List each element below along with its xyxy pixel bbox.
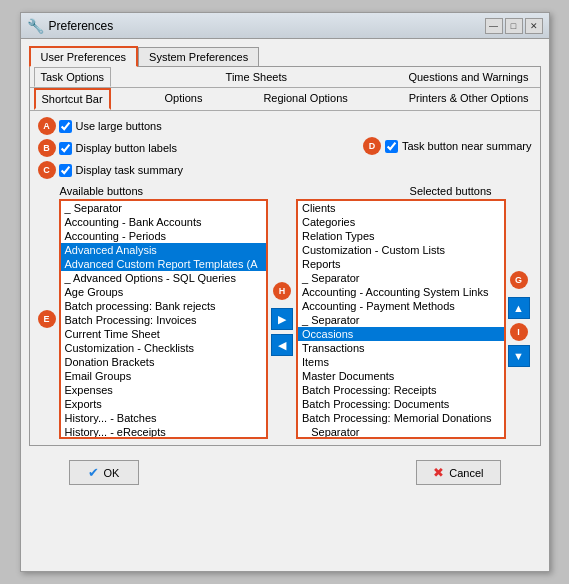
annot-b: B	[38, 139, 56, 157]
annot-i: I	[510, 323, 528, 341]
list-item[interactable]: _ Advanced Options - SQL Queries	[61, 271, 267, 285]
transfer-buttons: H ▶ ◀	[268, 199, 296, 439]
list-item[interactable]: _ Separator	[298, 425, 504, 439]
list-labels: Available buttons Selected buttons	[60, 185, 532, 197]
list-item[interactable]: Exports	[61, 397, 267, 411]
move-down-button[interactable]: ▼	[508, 345, 530, 367]
main-panel: Task Options Time Sheets Questions and W…	[29, 66, 541, 446]
stab-questions-warnings[interactable]: Questions and Warnings	[401, 67, 535, 87]
label-display-summary: Display task summary	[76, 164, 184, 176]
maximize-button[interactable]: □	[505, 18, 523, 34]
annot-e-area: E	[38, 199, 56, 439]
list-item[interactable]: Transactions	[298, 341, 504, 355]
label-task-near-summary: Task button near summary	[402, 140, 532, 152]
list-item[interactable]: Batch Processing: Memorial Donations	[298, 411, 504, 425]
annot-e: E	[38, 310, 56, 328]
label-display-labels: Display button labels	[76, 142, 178, 154]
checkbox-display-labels-input[interactable]	[59, 142, 72, 155]
list-item[interactable]: Email Groups	[61, 369, 267, 383]
lists-area: E _ Separator Accounting - Bank Accounts…	[38, 199, 532, 439]
sub-tab-options[interactable]: Options	[158, 88, 210, 110]
list-item[interactable]: History... - Batches	[61, 411, 267, 425]
annot-h: H	[273, 282, 291, 300]
list-item[interactable]: Occasions	[298, 327, 504, 341]
sub-tabs: Shortcut Bar Options Regional Options Pr…	[30, 88, 540, 111]
checkbox-area: A Use large buttons B Display button	[38, 117, 532, 181]
list-item[interactable]: Customization - Custom Lists	[298, 243, 504, 257]
annot-g: G	[510, 271, 528, 289]
list-item[interactable]: Batch processing: Bank rejects	[61, 299, 267, 313]
window-title: Preferences	[49, 19, 114, 33]
sub-tab-shortcut-bar[interactable]: Shortcut Bar	[34, 88, 111, 110]
checkbox-display-labels: Display button labels	[59, 142, 178, 155]
checkbox-large-buttons: Use large buttons	[59, 120, 162, 133]
checkbox-row-d: D Task button near summary	[363, 137, 532, 155]
ok-label: OK	[104, 467, 120, 479]
add-button[interactable]: ▶	[271, 308, 293, 330]
list-item[interactable]: Clients	[298, 201, 504, 215]
app-icon: 🔧	[27, 18, 44, 34]
checkbox-row-a: A Use large buttons	[38, 117, 184, 135]
order-buttons: G ▲ I ▼	[506, 199, 532, 439]
cancel-label: Cancel	[449, 467, 483, 479]
checkmark-icon: ✔	[88, 465, 99, 480]
title-bar: 🔧 Preferences — □ ✕	[21, 13, 549, 39]
list-item[interactable]: Current Time Sheet	[61, 327, 267, 341]
list-item[interactable]: Master Documents	[298, 369, 504, 383]
title-controls: — □ ✕	[485, 18, 543, 34]
list-item[interactable]: Age Groups	[61, 285, 267, 299]
stab-task-options[interactable]: Task Options	[34, 67, 112, 87]
window-content: User Preferences System Preferences Task…	[21, 39, 549, 499]
checkbox-task-near-summary[interactable]	[385, 140, 398, 153]
close-button[interactable]: ✕	[525, 18, 543, 34]
inner-panel: A Use large buttons B Display button	[30, 111, 540, 445]
ok-button[interactable]: ✔ OK	[69, 460, 139, 485]
checkbox-row-c: C Display task summary	[38, 161, 184, 179]
top-tabs: User Preferences System Preferences	[29, 45, 541, 66]
sub-tab-printers[interactable]: Printers & Other Options	[402, 88, 536, 110]
tab-user-preferences[interactable]: User Preferences	[29, 46, 139, 67]
minimize-button[interactable]: —	[485, 18, 503, 34]
list-item[interactable]: Batch Processing: Invoices	[61, 313, 267, 327]
list-item[interactable]: Customization - Checklists	[61, 341, 267, 355]
list-item[interactable]: Relation Types	[298, 229, 504, 243]
list-item[interactable]: Items	[298, 355, 504, 369]
list-item[interactable]: Accounting - Accounting System Links	[298, 285, 504, 299]
cancel-button[interactable]: ✖ Cancel	[416, 460, 500, 485]
remove-button[interactable]: ◀	[271, 334, 293, 356]
available-label: Available buttons	[60, 185, 144, 197]
list-item[interactable]: Advanced Custom Report Templates (A	[61, 257, 267, 271]
list-item[interactable]: Categories	[298, 215, 504, 229]
annot-a: A	[38, 117, 56, 135]
preferences-window: 🔧 Preferences — □ ✕ User Preferences Sys…	[20, 12, 550, 572]
checkbox-display-summary-input[interactable]	[59, 164, 72, 177]
stab-time-sheets[interactable]: Time Sheets	[219, 67, 294, 87]
checkbox-large-buttons-input[interactable]	[59, 120, 72, 133]
list-item[interactable]: _ Separator	[298, 313, 504, 327]
move-up-button[interactable]: ▲	[508, 297, 530, 319]
selected-list[interactable]: Clients Categories Relation Types Custom…	[296, 199, 506, 439]
list-item[interactable]: _ Separator	[298, 271, 504, 285]
list-item[interactable]: Accounting - Periods	[61, 229, 267, 243]
annot-d: D	[363, 137, 381, 155]
list-item[interactable]: Accounting - Bank Accounts	[61, 215, 267, 229]
list-item[interactable]: _ Separator	[61, 201, 267, 215]
list-item[interactable]: Advanced Analysis	[61, 243, 267, 257]
available-list[interactable]: _ Separator Accounting - Bank Accounts A…	[59, 199, 269, 439]
list-item[interactable]: Accounting - Payment Methods	[298, 299, 504, 313]
checkbox-display-summary: Display task summary	[59, 164, 184, 177]
sub-tab-regional-options[interactable]: Regional Options	[256, 88, 354, 110]
bottom-bar: ✔ OK ✖ Cancel	[29, 452, 541, 493]
list-item[interactable]: Batch Processing: Documents	[298, 397, 504, 411]
left-checkboxes: A Use large buttons B Display button	[38, 117, 184, 181]
list-item[interactable]: Donation Brackets	[61, 355, 267, 369]
section-tabs: Task Options Time Sheets Questions and W…	[30, 67, 540, 88]
list-item[interactable]: Reports	[298, 257, 504, 271]
tab-system-preferences[interactable]: System Preferences	[138, 47, 259, 67]
checkbox-row-b: B Display button labels	[38, 139, 184, 157]
selected-label: Selected buttons	[410, 185, 492, 197]
label-large-buttons: Use large buttons	[76, 120, 162, 132]
list-item[interactable]: Batch Processing: Receipts	[298, 383, 504, 397]
list-item[interactable]: Expenses	[61, 383, 267, 397]
list-item[interactable]: History... - eReceipts	[61, 425, 267, 439]
